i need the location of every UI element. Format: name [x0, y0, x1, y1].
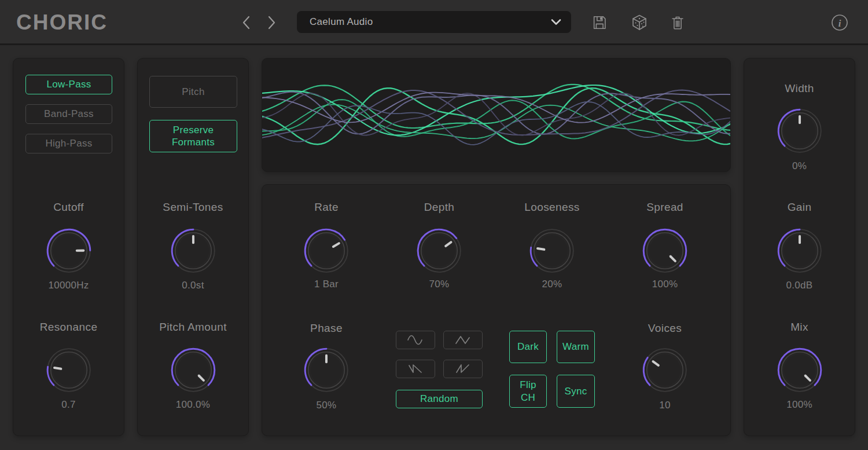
svg-text:i: i [838, 18, 841, 29]
semitones-label: Semi-Tones [138, 201, 248, 214]
width-knob[interactable] [773, 104, 826, 158]
lfo-shape-saw-up-button[interactable] [443, 360, 483, 378]
trash-icon [669, 14, 686, 31]
sine-wave-icon [406, 333, 425, 347]
depth-label: Depth [393, 201, 486, 214]
floppy-disk-icon [591, 14, 608, 31]
chevron-down-icon [550, 18, 562, 26]
chevron-right-icon [266, 15, 277, 30]
cutoff-value: 10000Hz [13, 280, 124, 291]
phase-label: Phase [280, 322, 373, 335]
filter-panel: Low-Pass Band-Pass High-Pass Cutoff 1000… [13, 58, 124, 436]
cutoff-knob[interactable] [42, 224, 95, 277]
resonance-value: 0.7 [13, 399, 124, 411]
lfo-shape-random-button[interactable]: Random [396, 390, 483, 408]
chevron-left-icon [241, 15, 252, 30]
filter-bandpass-button[interactable]: Band-Pass [25, 104, 112, 124]
info-circle-icon: i [830, 13, 849, 32]
semitones-knob[interactable] [167, 224, 220, 277]
resonance-knob[interactable] [42, 343, 95, 397]
pitch-amount-knob[interactable] [167, 343, 220, 397]
dark-toggle-button[interactable]: Dark [509, 331, 547, 363]
width-value: 0% [744, 160, 855, 172]
mix-knob[interactable] [773, 343, 826, 397]
delete-preset-button[interactable] [668, 13, 687, 32]
cutoff-label: Cutoff [13, 201, 124, 214]
randomize-button[interactable] [630, 13, 649, 32]
spread-value: 100% [619, 279, 711, 290]
spread-knob[interactable] [638, 224, 692, 277]
depth-knob[interactable] [413, 224, 466, 277]
width-label: Width [744, 82, 855, 95]
phase-knob[interactable] [300, 343, 353, 397]
voices-knob[interactable] [638, 343, 692, 397]
preset-selector[interactable]: Caelum Audio [297, 11, 571, 33]
lfo-shape-triangle-button[interactable] [443, 331, 483, 349]
spread-label: Spread [619, 201, 711, 214]
waveform-visualizer [262, 58, 731, 172]
depth-value: 70% [393, 279, 486, 290]
plugin-title: CHORIC [16, 10, 108, 35]
modulation-panel: Rate 1 Bar Depth 70% Looseness [262, 184, 731, 436]
voices-value: 10 [619, 400, 711, 411]
pitch-toggle-button[interactable]: Pitch [149, 76, 237, 108]
mix-value: 100% [744, 399, 855, 411]
gain-label: Gain [744, 201, 855, 214]
header-bar: CHORIC Caelum Audio [0, 0, 868, 45]
pitch-panel: Pitch Preserve Formants Semi-Tones 0.0st… [137, 58, 249, 436]
looseness-label: Looseness [506, 201, 598, 214]
info-button[interactable]: i [830, 13, 849, 32]
pitch-amount-label: Pitch Amount [138, 321, 248, 334]
gain-knob[interactable] [773, 224, 826, 277]
dice-icon [630, 13, 649, 32]
filter-highpass-button[interactable]: High-Pass [25, 134, 112, 153]
sync-toggle-button[interactable]: Sync [557, 375, 595, 408]
resonance-label: Resonance [13, 321, 124, 334]
semitones-value: 0.0st [138, 280, 248, 291]
lfo-shape-sine-button[interactable] [396, 331, 435, 349]
lfo-shape-saw-down-button[interactable] [396, 360, 435, 378]
gain-value: 0.0dB [744, 280, 855, 291]
looseness-knob[interactable] [525, 224, 579, 277]
mix-label: Mix [744, 321, 855, 334]
phase-value: 50% [280, 400, 373, 411]
pitch-amount-value: 100.0% [138, 399, 248, 411]
triangle-wave-icon [453, 333, 473, 347]
saw-up-wave-icon [453, 362, 473, 376]
plugin-window: CHORIC Caelum Audio [0, 0, 868, 450]
filter-lowpass-button[interactable]: Low-Pass [25, 75, 112, 94]
rate-label: Rate [280, 201, 373, 214]
flip-channels-toggle-button[interactable]: Flip CH [509, 375, 547, 408]
warm-toggle-button[interactable]: Warm [557, 331, 595, 363]
output-panel: Width 0% Gain 0.0dB Mix 100 [744, 58, 855, 436]
looseness-value: 20% [506, 279, 598, 290]
saw-down-wave-icon [406, 362, 425, 376]
rate-knob[interactable] [300, 224, 353, 277]
preserve-formants-button[interactable]: Preserve Formants [149, 120, 237, 152]
save-preset-button[interactable] [590, 13, 609, 32]
voices-label: Voices [619, 322, 711, 335]
rate-value: 1 Bar [280, 279, 373, 290]
preset-selected-value: Caelum Audio [310, 16, 550, 28]
lfo-waves-graphic [262, 58, 731, 172]
next-preset-button[interactable] [263, 14, 279, 31]
previous-preset-button[interactable] [238, 14, 255, 31]
